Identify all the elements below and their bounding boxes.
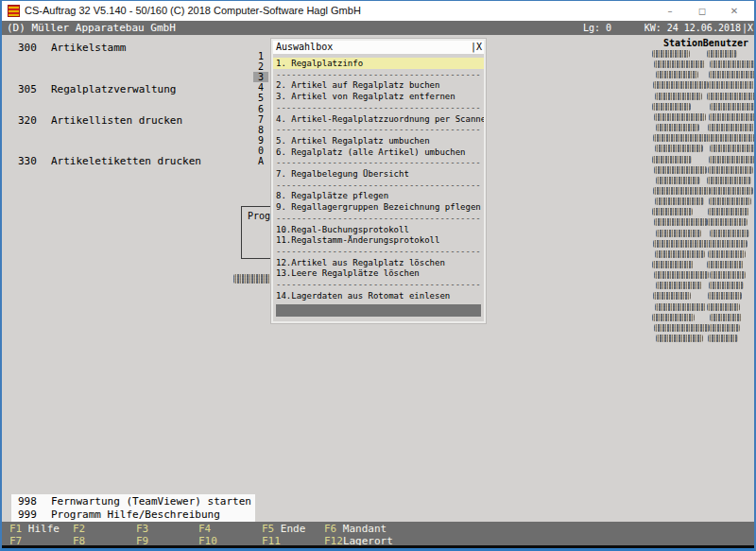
menu-item-320[interactable]: 320Artikellisten drucken [18, 114, 182, 127]
bottom-black-strip [2, 545, 754, 550]
fn-key-F1[interactable]: F1 Hilfe [9, 523, 60, 535]
redacted-user-cell [709, 282, 744, 289]
shortcut-key-7[interactable]: 7 [253, 114, 268, 125]
redacted-user-cell [709, 324, 740, 332]
dialog-title: Auswahlbox [276, 41, 333, 54]
minimize-button[interactable]: – [654, 1, 686, 21]
dialog-option[interactable]: 1. Regalplatzinfo [273, 58, 484, 69]
calendar-week-date: KW: 24 12.06.2018 [644, 21, 741, 35]
fn-key-code: F2 [73, 523, 85, 535]
shortcut-key-1[interactable]: 1 [253, 51, 268, 61]
dialog-separator: ---------------------------------------- [273, 180, 484, 191]
redacted-user-cell [708, 208, 749, 215]
dialog-option[interactable]: 4. Artikel-Regalplatzzuordnung per Scann… [273, 113, 484, 125]
shortcut-key-3[interactable]: 3 [253, 72, 268, 82]
titlebar: CS-Auftrag 32 V5.140 - 50/160 (C) 2018 C… [2, 1, 754, 21]
redacted-text-blob [233, 274, 275, 284]
redacted-user-cell [710, 60, 756, 68]
footer-item-label: Fernwartung (TeamViewer) starten [51, 495, 251, 508]
lg-indicator: Lg: 0 [583, 21, 611, 35]
auswahlbox-dialog: Auswahlbox |X 1. Regalplatzinfo---------… [271, 39, 486, 323]
dialog-option[interactable]: 13.Leere Regalplätze löschen [273, 267, 484, 279]
redacted-user-cell [710, 145, 756, 152]
shortcut-key-A[interactable]: A [253, 156, 268, 166]
footer-item-999[interactable]: 999Programm Hilfe/Beschreibung [18, 508, 220, 521]
dialog-option[interactable]: 8. Regalplätze pflegen [273, 190, 484, 201]
dialog-option[interactable]: 14.Lagerdaten aus Rotomat einlesen [273, 290, 484, 301]
redacted-station-cell [654, 218, 708, 226]
redacted-user-cell [707, 261, 744, 268]
shortcut-key-5[interactable]: 5 [253, 93, 268, 103]
fn-key-code: F3 [136, 523, 148, 535]
fn-key-F5[interactable]: F5 Ende [262, 523, 305, 535]
menu-item-label: Artikelstamm [51, 42, 126, 54]
redacted-station-cell [652, 103, 691, 111]
dialog-option[interactable]: 9. Regallagergruppen Bezeichnung pflegen [273, 201, 484, 213]
column-header-benutzer: Benutzer [703, 38, 748, 48]
fn-key-F2[interactable]: F2 [73, 523, 85, 535]
menu-item-300[interactable]: 300Artikelstamm [18, 42, 126, 54]
dialog-separator: ---------------------------------------- [273, 213, 484, 224]
close-button[interactable]: ✕ [718, 1, 750, 21]
redacted-user-cell [709, 71, 756, 78]
dialog-separator: ---------------------------------------- [273, 102, 484, 113]
dialog-option[interactable]: 11.Regalstamm-Änderungsprotokoll [273, 234, 484, 246]
redacted-station-cell [655, 93, 702, 100]
footer-item-998[interactable]: 998Fernwartung (TeamViewer) starten [18, 495, 251, 508]
dialog-option[interactable]: 2. Artikel auf Regalplatz buchen [273, 79, 484, 91]
redacted-station-cell [656, 177, 700, 184]
dialog-option[interactable]: 6. Regalplatz (alle Artikel) umbuchen [273, 146, 484, 158]
shortcut-key-4[interactable]: 4 [253, 82, 268, 93]
redacted-station-cell [656, 71, 698, 78]
shortcut-key-0[interactable]: 0 [253, 146, 268, 156]
redacted-user-cell [708, 250, 746, 258]
shortcut-key-8[interactable]: 8 [253, 125, 268, 135]
dialog-titlebar: Auswahlbox |X [273, 41, 484, 54]
header-close-control[interactable]: |X [742, 21, 753, 35]
dialog-status-bar [276, 304, 481, 317]
redacted-user-cell [709, 156, 755, 164]
redacted-user-cell [708, 124, 756, 131]
redacted-station-cell [654, 113, 706, 121]
redacted-user-cell [710, 271, 746, 279]
shortcut-key-2[interactable]: 2 [253, 61, 268, 72]
redacted-user-cell [709, 113, 756, 121]
shortcut-key-9[interactable]: 9 [253, 135, 268, 146]
menu-item-305[interactable]: 305Regalplatzverwaltung [18, 83, 176, 95]
footer-item-code: 998 [18, 495, 51, 508]
dialog-option[interactable]: 3. Artikel von Regalplatz entfernen [273, 91, 484, 102]
menu-item-330[interactable]: 330Artikeletiketten drucken [18, 155, 201, 167]
dialog-option[interactable]: 5. Artikel Regalplatz umbuchen [273, 135, 484, 146]
company-name: (D) Müller Apparatebau GmbH [7, 21, 176, 35]
redacted-user-cell [707, 303, 740, 311]
redacted-station-cell [654, 60, 705, 68]
redacted-user-cell [707, 218, 747, 226]
fn-key-F6[interactable]: F6 Mandant [324, 523, 387, 535]
fn-key-label: Mandant [336, 523, 387, 535]
dialog-separator: ---------------------------------------- [273, 124, 484, 135]
redacted-user-cell [707, 177, 751, 184]
redacted-user-cell [707, 93, 756, 100]
redacted-station-cell [655, 250, 705, 258]
menu-item-code: 330 [18, 155, 51, 167]
redacted-user-cell [710, 230, 749, 237]
dialog-option[interactable]: 10.Regal-Buchungsprotokoll [273, 224, 484, 235]
fn-key-F3[interactable]: F3 [136, 523, 148, 535]
redacted-station-cell [652, 50, 690, 58]
redacted-station-cell [652, 156, 692, 164]
dialog-option[interactable]: 7. Regalbelegung Übersicht [273, 168, 484, 180]
dialog-close-icon[interactable]: |X [471, 41, 482, 54]
redacted-station-cell [654, 324, 710, 332]
dialog-option[interactable]: 12.Artikel aus Regalplatz löschen [273, 257, 484, 268]
fn-key-F4[interactable]: F4 [198, 523, 211, 535]
menu-item-code: 300 [18, 42, 51, 54]
app-header-bar: (D) Müller Apparatebau GmbH Lg: 0 KW: 24… [2, 21, 754, 35]
redacted-station-cell [652, 261, 694, 268]
shortcut-key-6[interactable]: 6 [253, 104, 268, 114]
background-progr-box: Progr [241, 206, 271, 259]
redacted-station-cell [655, 145, 703, 152]
redacted-station-cell [653, 81, 709, 89]
fn-key-code: F6 [324, 523, 336, 535]
redacted-station-cell [656, 124, 699, 131]
maximize-button[interactable]: ◻ [686, 1, 718, 21]
